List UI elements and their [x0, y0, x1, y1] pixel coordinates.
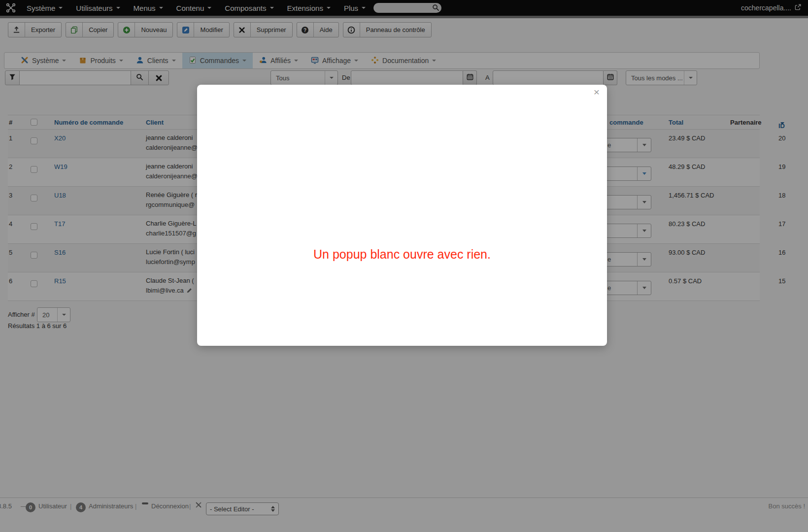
close-icon[interactable]: ×: [594, 87, 600, 97]
popup-message: Un popup blanc ouvre avec rien.: [197, 247, 607, 262]
blank-popup-modal: × Un popup blanc ouvre avec rien.: [197, 85, 607, 346]
